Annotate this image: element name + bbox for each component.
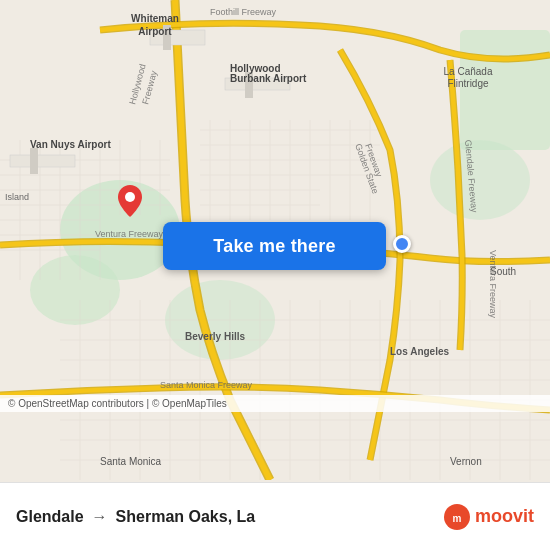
- route-from: Glendale: [16, 508, 84, 526]
- svg-text:Beverly Hills: Beverly Hills: [185, 331, 245, 342]
- svg-text:Van Nuys Airport: Van Nuys Airport: [30, 139, 111, 150]
- map-attribution: © OpenStreetMap contributors | © OpenMap…: [0, 395, 550, 412]
- svg-text:Flintridge: Flintridge: [447, 78, 489, 89]
- svg-text:Santa Monica Freeway: Santa Monica Freeway: [160, 380, 253, 390]
- svg-rect-4: [460, 30, 550, 150]
- svg-point-5: [430, 140, 530, 220]
- svg-text:Airport: Airport: [138, 26, 172, 37]
- button-label: Take me there: [213, 236, 335, 257]
- route-to: Sherman Oaks, La: [116, 508, 256, 526]
- svg-text:m: m: [453, 513, 462, 524]
- svg-text:Island: Island: [5, 192, 29, 202]
- take-me-there-button[interactable]: Take me there: [163, 222, 386, 270]
- svg-text:Los Angeles: Los Angeles: [390, 346, 450, 357]
- bottom-bar: Glendale → Sherman Oaks, La m moovit: [0, 482, 550, 550]
- svg-text:Whiteman: Whiteman: [131, 13, 179, 24]
- svg-text:Ventura Freeway: Ventura Freeway: [488, 250, 498, 319]
- moovit-icon: m: [443, 503, 471, 531]
- origin-marker: [118, 185, 142, 217]
- svg-text:Burbank Airport: Burbank Airport: [230, 73, 307, 84]
- svg-point-2: [30, 255, 120, 325]
- map-area: Whiteman Airport Van Nuys Airport Hollyw…: [0, 0, 550, 480]
- svg-text:Santa Monica: Santa Monica: [100, 456, 162, 467]
- route-arrow: →: [92, 508, 108, 526]
- moovit-brand-name: moovit: [475, 506, 534, 527]
- svg-rect-63: [30, 148, 38, 174]
- moovit-logo: m moovit: [443, 503, 534, 531]
- svg-text:La Cañada: La Cañada: [444, 66, 493, 77]
- svg-text:Ventura Freeway: Ventura Freeway: [95, 229, 164, 239]
- route-info: Glendale → Sherman Oaks, La: [16, 508, 443, 526]
- svg-point-89: [125, 192, 135, 202]
- svg-text:Vernon: Vernon: [450, 456, 482, 467]
- app-container: Whiteman Airport Van Nuys Airport Hollyw…: [0, 0, 550, 550]
- svg-rect-62: [10, 155, 75, 167]
- svg-text:Foothill Freeway: Foothill Freeway: [210, 7, 277, 17]
- destination-marker: [393, 235, 411, 253]
